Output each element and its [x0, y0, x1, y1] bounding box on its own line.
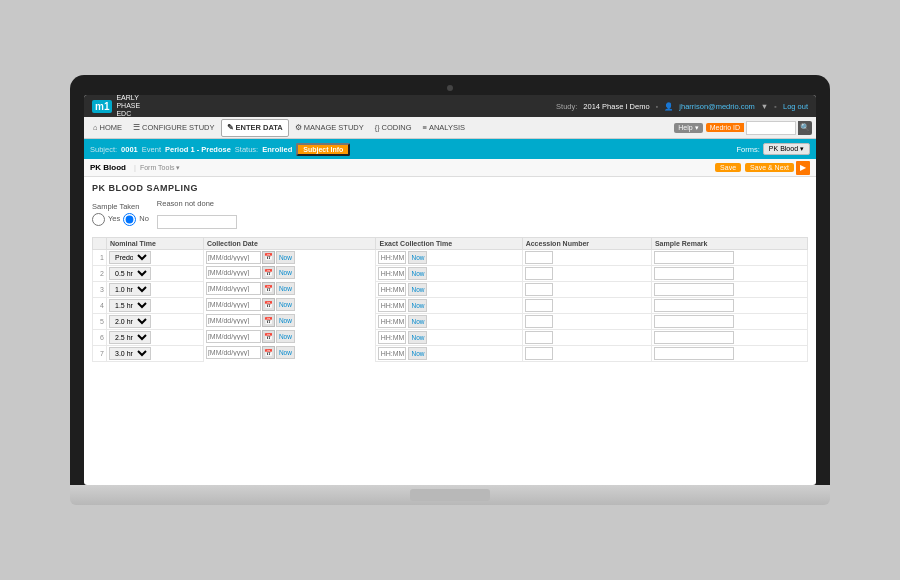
- now-btn1-2[interactable]: Now: [276, 266, 295, 279]
- accession-input-6[interactable]: [525, 331, 553, 344]
- now-btn2-7[interactable]: Now: [408, 347, 427, 360]
- help-button[interactable]: Help ▾: [674, 123, 702, 133]
- time-input-7[interactable]: [378, 347, 406, 360]
- sample-taken-row: Sample Taken Yes No Reason not done: [92, 199, 808, 229]
- nominal-cell-7: 3.0 hrs ▾: [107, 345, 204, 361]
- reason-label: Reason not done: [157, 199, 237, 208]
- calendar-btn-1[interactable]: 📅: [262, 251, 275, 264]
- date-cell-5: 📅 Now: [204, 313, 376, 328]
- now-btn1-7[interactable]: Now: [276, 346, 295, 359]
- calendar-btn-5[interactable]: 📅: [262, 314, 275, 327]
- now-btn1-5[interactable]: Now: [276, 314, 295, 327]
- calendar-btn-3[interactable]: 📅: [262, 282, 275, 295]
- row-num-5: 5: [93, 313, 107, 329]
- now-btn2-5[interactable]: Now: [408, 315, 427, 328]
- nominal-select-7[interactable]: 3.0 hrs ▾: [109, 347, 151, 360]
- logo-line1: EARLY: [116, 95, 140, 102]
- nav-item-enter-data[interactable]: ✎ ENTER DATA: [221, 119, 289, 137]
- now-btn2-6[interactable]: Now: [408, 331, 427, 344]
- nominal-select-6[interactable]: 2.5 hrs ▾: [109, 331, 151, 344]
- nav-item-coding[interactable]: {} CODING: [370, 119, 417, 137]
- time-input-1[interactable]: [378, 251, 406, 264]
- no-radio[interactable]: [123, 213, 136, 226]
- now-btn1-4[interactable]: Now: [276, 298, 295, 311]
- now-btn2-2[interactable]: Now: [408, 267, 427, 280]
- calendar-btn-2[interactable]: 📅: [262, 266, 275, 279]
- accession-input-5[interactable]: [525, 315, 553, 328]
- subject-info-button[interactable]: Subject Info: [296, 143, 350, 156]
- now-btn2-3[interactable]: Now: [408, 283, 427, 296]
- accession-input-2[interactable]: [525, 267, 553, 280]
- remark-input-5[interactable]: [654, 315, 734, 328]
- date-input-6[interactable]: [206, 330, 261, 343]
- nominal-select-4[interactable]: 1.5 hrs ▾: [109, 299, 151, 312]
- reason-input[interactable]: [157, 215, 237, 229]
- analysis-label: ANALYSIS: [429, 123, 465, 132]
- top-bar-right: Study: 2014 Phase I Demo ▪ 👤 jharrison@m…: [556, 102, 808, 111]
- radio-group: Yes No: [92, 213, 149, 226]
- nominal-select-1[interactable]: Predose ▾: [109, 251, 151, 264]
- date-input-1[interactable]: [206, 251, 261, 264]
- time-input-3[interactable]: [378, 283, 406, 296]
- calendar-btn-7[interactable]: 📅: [262, 346, 275, 359]
- nav-item-configure[interactable]: ☰ CONFIGURE STUDY: [128, 119, 220, 137]
- time-input-5[interactable]: [378, 315, 406, 328]
- analysis-icon: ≡: [422, 123, 426, 132]
- next-arrow-button[interactable]: ▶: [796, 161, 810, 175]
- now-btn1-1[interactable]: Now: [276, 251, 295, 264]
- now-btn2-1[interactable]: Now: [408, 251, 427, 264]
- nominal-select-3[interactable]: 1.0 hrs ▾: [109, 283, 151, 296]
- now-btn1-6[interactable]: Now: [276, 330, 295, 343]
- date-cell-6: 📅 Now: [204, 329, 376, 344]
- nominal-select-2[interactable]: 0.5 hrs ▾: [109, 267, 151, 280]
- medrio-search-button[interactable]: 🔍: [798, 121, 812, 135]
- nominal-select-5[interactable]: 2.0 hrs ▾: [109, 315, 151, 328]
- remark-input-4[interactable]: [654, 299, 734, 312]
- save-button[interactable]: Save: [715, 163, 741, 172]
- nav-item-home[interactable]: ⌂ HOME: [88, 119, 127, 137]
- calendar-btn-4[interactable]: 📅: [262, 298, 275, 311]
- yes-radio[interactable]: [92, 213, 105, 226]
- enter-icon: ✎: [227, 123, 234, 132]
- home-label: HOME: [100, 123, 123, 132]
- table-row: 1 Predose ▾ 📅 Now Now: [93, 249, 808, 265]
- now-btn1-3[interactable]: Now: [276, 282, 295, 295]
- medrio-id-label: Medrio ID: [706, 123, 744, 132]
- camera-dot: [447, 85, 453, 91]
- logout-link[interactable]: Log out: [783, 102, 808, 111]
- date-input-3[interactable]: [206, 282, 261, 295]
- remark-input-6[interactable]: [654, 331, 734, 344]
- subject-value: 0001: [121, 145, 138, 154]
- forms-dropdown-button[interactable]: PK Blood ▾: [763, 143, 810, 155]
- accession-input-7[interactable]: [525, 347, 553, 360]
- nav-item-manage[interactable]: ⚙ MANAGE STUDY: [290, 119, 369, 137]
- calendar-btn-6[interactable]: 📅: [262, 330, 275, 343]
- medrio-id-area: Medrio ID 🔍: [706, 121, 812, 135]
- medrio-id-input[interactable]: [746, 121, 796, 135]
- study-label: Study:: [556, 102, 577, 111]
- now-btn2-4[interactable]: Now: [408, 299, 427, 312]
- save-next-button[interactable]: Save & Next: [745, 163, 794, 172]
- username[interactable]: jharrison@medrio.com: [679, 102, 755, 111]
- nav-item-analysis[interactable]: ≡ ANALYSIS: [417, 119, 470, 137]
- date-input-5[interactable]: [206, 314, 261, 327]
- remark-input-1[interactable]: [654, 251, 734, 264]
- study-name: 2014 Phase I Demo: [583, 102, 649, 111]
- time-input-4[interactable]: [378, 299, 406, 312]
- accession-cell-7: [522, 345, 651, 361]
- date-input-7[interactable]: [206, 346, 261, 359]
- remark-input-3[interactable]: [654, 283, 734, 296]
- accession-input-3[interactable]: [525, 283, 553, 296]
- date-input-2[interactable]: [206, 266, 261, 279]
- laptop-screen: m1 EARLY PHASE EDC Study: 2014 Phase I D…: [84, 95, 816, 485]
- date-input-4[interactable]: [206, 298, 261, 311]
- time-input-6[interactable]: [378, 331, 406, 344]
- time-input-2[interactable]: [378, 267, 406, 280]
- remark-input-7[interactable]: [654, 347, 734, 360]
- remark-cell-5: [651, 313, 807, 329]
- accession-input-4[interactable]: [525, 299, 553, 312]
- remark-input-2[interactable]: [654, 267, 734, 280]
- dropdown-icon: ▼: [761, 102, 768, 111]
- accession-input-1[interactable]: [525, 251, 553, 264]
- row-num-4: 4: [93, 297, 107, 313]
